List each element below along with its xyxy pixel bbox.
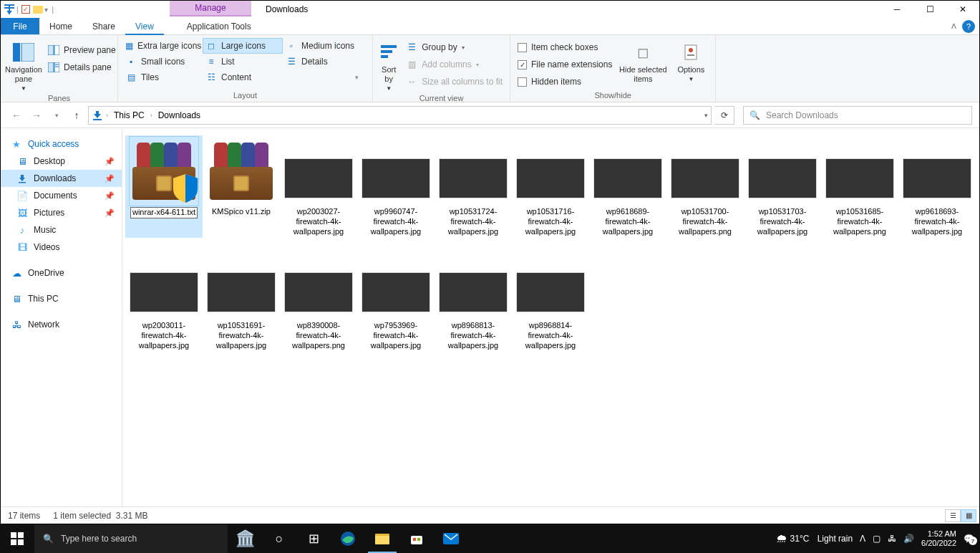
nav-documents[interactable]: 📄Documents📌	[1, 187, 122, 204]
file-item[interactable]: KMSpico v11.zip	[203, 135, 280, 238]
file-item[interactable]: wp8968813-firewatch-4k-wallpapers.jpg	[435, 249, 512, 352]
file-item[interactable]: wp10531724-firewatch-4k-wallpapers.jpg	[435, 135, 512, 238]
file-list[interactable]: winrar-x64-611.txt KMSpico v11.zipwp2003…	[122, 128, 979, 506]
tray-volume-icon[interactable]: 🔊	[903, 534, 914, 544]
file-name: wp8968813-firewatch-4k-wallpapers.jpg	[436, 321, 510, 350]
tab-home[interactable]: Home	[39, 18, 82, 34]
taskbar-cortana-icon[interactable]: ○	[262, 524, 296, 553]
tray-clock[interactable]: 1:52 AM6/20/2022	[921, 529, 956, 548]
options-button[interactable]: Options▼	[671, 38, 711, 83]
file-item[interactable]: wp10531700-firewatch-4k-wallpapers.png	[666, 135, 744, 238]
navigation-pane-button[interactable]: Navigation pane ▼	[5, 38, 42, 92]
preview-pane-button[interactable]: Preview pane	[45, 42, 119, 58]
address-bar[interactable]: › This PC › Downloads ▾	[88, 106, 712, 125]
taskbar-news-icon[interactable]: 🏛️	[228, 524, 262, 553]
file-item[interactable]: wp2003027-firewatch-4k-wallpapers.jpg	[280, 135, 357, 238]
group-by-button[interactable]: ☰Group by ▾	[403, 39, 505, 55]
layout-details[interactable]: ☰Details	[283, 54, 363, 69]
up-button[interactable]: ↑	[68, 107, 85, 124]
sort-by-button[interactable]: Sort by▼	[377, 38, 400, 92]
group-layout-label: Layout	[122, 90, 368, 102]
nav-music[interactable]: ♪Music	[1, 221, 122, 239]
tab-share[interactable]: Share	[82, 18, 125, 34]
file-item[interactable]: wp10531716-firewatch-4k-wallpapers.jpg	[512, 135, 589, 238]
crumb-thispc[interactable]: This PC	[111, 110, 147, 120]
taskbar-search[interactable]: 🔍Type here to search	[34, 524, 228, 553]
weather-widget[interactable]: 🌧31°C Light rain	[776, 532, 853, 545]
nav-downloads[interactable]: Downloads📌	[1, 170, 122, 187]
view-details-icon[interactable]: ☰	[945, 509, 961, 522]
collapse-ribbon-icon[interactable]: ᐱ	[951, 22, 956, 30]
size-columns-button[interactable]: ↔Size all columns to fit	[403, 74, 505, 90]
status-selected: 1 item selected	[53, 511, 111, 521]
start-button[interactable]	[0, 524, 34, 553]
file-name: wp2003011-firewatch-4k-wallpapers.jpg	[127, 321, 201, 350]
add-columns-button[interactable]: ▥Add columns ▾	[403, 57, 505, 72]
recent-button[interactable]: ▾	[48, 107, 65, 124]
file-item[interactable]: wp10531703-firewatch-4k-wallpapers.jpg	[744, 135, 821, 238]
item-check-boxes[interactable]: Item check boxes	[515, 39, 615, 55]
back-button[interactable]: ←	[8, 107, 25, 124]
view-icons-icon[interactable]: ▦	[961, 509, 976, 522]
file-name-extensions[interactable]: File name extensions	[515, 57, 615, 72]
svg-rect-6	[48, 45, 54, 55]
layout-small-icons[interactable]: ▪Small icons	[122, 54, 203, 69]
refresh-button[interactable]: ⟳	[714, 106, 734, 125]
taskbar-store-icon[interactable]	[399, 524, 434, 553]
qat-checkbox-icon[interactable]: ✓	[20, 4, 31, 15]
layout-xl-icons[interactable]: ▦Extra large icons	[122, 38, 203, 54]
tab-app-tools[interactable]: Application Tools	[177, 18, 261, 34]
qat-folder-icon[interactable]	[33, 6, 43, 14]
tab-file[interactable]: File	[1, 18, 39, 34]
file-item[interactable]: wp2003011-firewatch-4k-wallpapers.jpg	[125, 249, 203, 352]
nav-pictures[interactable]: 🖼Pictures📌	[1, 204, 122, 221]
layout-list[interactable]: ≡List	[203, 54, 283, 69]
minimize-button[interactable]: ─	[880, 1, 913, 18]
file-item[interactable]: wp8390008-firewatch-4k-wallpapers.png	[280, 249, 357, 352]
hidden-items[interactable]: Hidden items	[515, 74, 615, 90]
address-dropdown-icon[interactable]: ▾	[704, 112, 708, 119]
layout-medium-icons[interactable]: ▫Medium icons	[283, 38, 363, 54]
tray-overflow-icon[interactable]: ᐱ	[860, 534, 865, 544]
layout-tiles[interactable]: ▤Tiles	[122, 69, 203, 85]
details-pane-button[interactable]: Details pane	[45, 59, 119, 75]
hide-selected-button[interactable]: ◻ Hide selected items	[618, 38, 668, 84]
taskbar-taskview-icon[interactable]: ⊞	[296, 524, 331, 553]
svg-rect-23	[411, 536, 422, 544]
forward-button[interactable]: →	[28, 107, 45, 124]
nav-videos[interactable]: 🎞Videos	[1, 239, 122, 256]
file-item[interactable]: wp9618689-firewatch-4k-wallpapers.jpg	[589, 135, 666, 238]
layout-more-icon[interactable]: ▾	[355, 74, 359, 81]
help-icon[interactable]: ?	[962, 20, 975, 33]
preview-pane-label: Preview pane	[64, 45, 116, 55]
nav-thispc[interactable]: 🖥This PC	[1, 290, 122, 307]
nav-onedrive[interactable]: ☁OneDrive	[1, 264, 122, 282]
file-item[interactable]: wp10531685-firewatch-4k-wallpapers.png	[821, 135, 898, 238]
nav-quick-access[interactable]: ★Quick access	[1, 135, 122, 153]
contextual-tab[interactable]: Manage	[170, 1, 251, 16]
tray-network-icon[interactable]: 🖧	[888, 534, 896, 544]
file-item[interactable]: wp9618693-firewatch-4k-wallpapers.jpg	[898, 135, 976, 238]
file-item[interactable]: wp8968814-firewatch-4k-wallpapers.jpg	[512, 249, 589, 352]
file-item[interactable]: wp9960747-firewatch-4k-wallpapers.jpg	[357, 135, 435, 238]
close-button[interactable]: ✕	[946, 1, 979, 18]
tray-meet-icon[interactable]: ▢	[873, 534, 880, 544]
crumb-downloads[interactable]: Downloads	[155, 110, 203, 120]
search-box[interactable]: 🔍 Search Downloads	[743, 106, 972, 125]
search-placeholder: Search Downloads	[766, 110, 838, 120]
layout-content[interactable]: ☷Content	[203, 69, 283, 85]
taskbar-edge-icon[interactable]	[331, 524, 365, 553]
layout-large-icons[interactable]: ◻Large icons	[203, 38, 283, 54]
file-item[interactable]: wp7953969-firewatch-4k-wallpapers.jpg	[357, 249, 435, 352]
taskbar-mail-icon[interactable]	[434, 524, 468, 553]
file-item[interactable]: winrar-x64-611.txt	[125, 135, 203, 238]
maximize-button[interactable]: ☐	[913, 1, 946, 18]
file-item[interactable]: wp10531691-firewatch-4k-wallpapers.jpg	[203, 249, 280, 352]
titlebar: | ✓ ▾ | Manage Downloads ─ ☐ ✕	[1, 1, 979, 18]
tab-view[interactable]: View	[125, 18, 164, 34]
tray-notifications-icon[interactable]: 💬	[964, 534, 974, 544]
svg-rect-25	[417, 538, 420, 541]
taskbar-explorer-icon[interactable]	[365, 524, 399, 553]
nav-desktop[interactable]: 🖥Desktop📌	[1, 153, 122, 170]
nav-network[interactable]: 🖧Network	[1, 316, 122, 333]
